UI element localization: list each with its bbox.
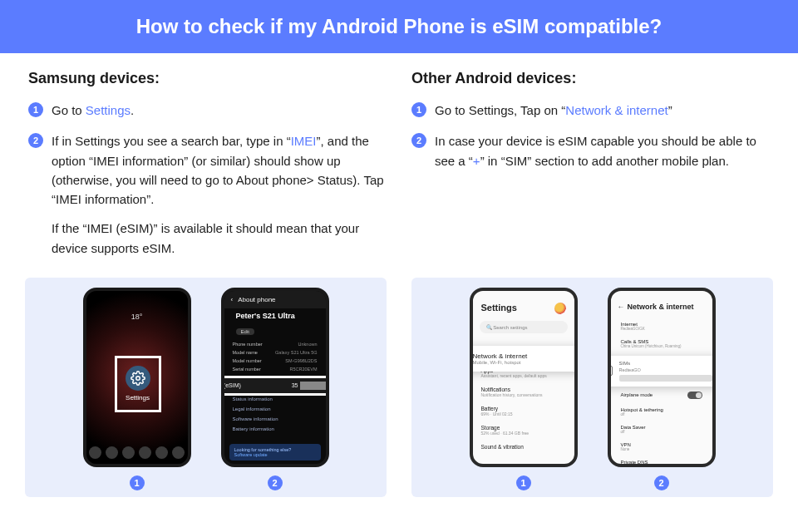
- dock-app-icon: [155, 446, 168, 459]
- step-number-badge: 1: [28, 102, 43, 117]
- plus-link[interactable]: +: [473, 154, 480, 168]
- settings-item: NotificationsNotification history, conve…: [473, 382, 574, 401]
- imei-esim-callout: IMEI (eSIM) 35: [221, 376, 329, 396]
- text: ” in “SIM” section to add another mobile…: [480, 154, 729, 168]
- settings-title-text: Settings: [481, 303, 517, 313]
- shot-caption-badge: 1: [130, 475, 145, 490]
- network-item: Airplane mode: [611, 387, 712, 403]
- imei-value-masked: [300, 382, 329, 390]
- phone-mock: 18° Settings: [83, 288, 191, 467]
- network-item: InternetRedteaGO/GK: [611, 318, 712, 335]
- phone-mock: ‹ About phone Peter's S21 Ultra Edit Pho…: [221, 288, 329, 467]
- other-heading: Other Android devices:: [411, 70, 770, 87]
- dock-app-icon: [172, 446, 185, 459]
- dock-app-icon: [89, 446, 101, 459]
- samsung-heading: Samsung devices:: [28, 70, 387, 87]
- network-item: Hotspot & tetheringoff: [611, 403, 712, 421]
- step-followup-text: If the “IMEI (eSIM)” is available it sho…: [52, 219, 387, 258]
- step-text: In case your device is eSIM capable you …: [435, 131, 770, 170]
- network-item: Private DNSAutomatic: [611, 456, 712, 467]
- screenshot-galleries: 18° Settings 1 ‹ About phone Pe: [0, 278, 798, 505]
- network-rows: InternetRedteaGO/GKCalls & SMSChina Unic…: [611, 318, 712, 352]
- dock-app-icon: [122, 446, 135, 459]
- dock-app-icon: [106, 446, 118, 459]
- hint-sub: Software update: [234, 452, 316, 457]
- text: Go to: [52, 103, 86, 117]
- network-title-text: Network & internet: [628, 303, 694, 311]
- profile-avatar-icon: [554, 303, 566, 314]
- sim-masked-bar: [619, 375, 712, 382]
- sims-callout: SIMs RedteaGO +: [608, 356, 716, 387]
- network-rows-below: Airplane modeHotspot & tetheringoffData …: [611, 387, 712, 467]
- callout-title: Network & internet: [473, 352, 578, 360]
- other-shot-1: Settings 🔍 Search settings AppsAssistant…: [470, 288, 578, 490]
- back-icon: ‹: [231, 296, 234, 303]
- about-row: Phone numberUnknown: [224, 340, 326, 348]
- shot-caption-badge: 1: [516, 475, 531, 490]
- sims-label: SIMs: [619, 361, 716, 366]
- network-screen-title: ← Network & internet: [611, 291, 712, 318]
- dock-app-icon: [139, 446, 151, 459]
- svg-point-0: [135, 377, 140, 381]
- network-item: VPNNone: [611, 438, 712, 456]
- gear-icon: [126, 366, 150, 391]
- step-number-badge: 2: [28, 133, 43, 148]
- device-name: Peter's S21 Ultra: [224, 308, 326, 322]
- shot-caption-badge: 2: [654, 475, 669, 490]
- step-number-badge: 1: [411, 102, 426, 117]
- settings-app-highlight: Settings: [115, 356, 161, 412]
- imei-value-prefix: 35: [292, 382, 298, 388]
- airplane-toggle: [687, 392, 702, 399]
- about-phone-light-rows: Status informationLegal informationSoftw…: [224, 394, 326, 434]
- settings-item: Sound & vibration: [473, 440, 574, 454]
- shot-caption-badge: 2: [268, 475, 283, 490]
- settings-app-label: Settings: [126, 394, 150, 401]
- other-gallery: Settings 🔍 Search settings AppsAssistant…: [411, 278, 773, 497]
- list-item: 2 In case your device is eSIM capable yo…: [411, 131, 770, 170]
- settings-list: AppsAssistant, recent apps, default apps…: [473, 363, 574, 454]
- settings-item: Battery69% · Until 02:15: [473, 401, 574, 421]
- other-column: Other Android devices: 1 Go to Settings,…: [411, 70, 770, 269]
- settings-title: Settings: [473, 291, 574, 318]
- network-item: Calls & SMSChina Unicom (Hutchison, Roam…: [611, 335, 712, 352]
- settings-link[interactable]: Settings: [86, 103, 131, 117]
- page-title: How to check if my Android Phone is eSIM…: [0, 0, 798, 53]
- about-phone-title: About phone: [238, 296, 275, 303]
- text: Go to Settings, Tap on “: [435, 103, 565, 117]
- edit-button: Edit: [236, 328, 254, 335]
- other-shot-2: ← Network & internet InternetRedteaGO/GK…: [608, 288, 716, 490]
- settings-search: 🔍 Search settings: [480, 321, 568, 333]
- looking-for-hint: Looking for something else? Software upd…: [229, 444, 321, 461]
- sim-name: RedteaGO: [619, 367, 716, 372]
- step-text: Go to Settings, Tap on “Network & intern…: [435, 101, 672, 120]
- about-row: Status information: [224, 394, 326, 404]
- network-internet-link[interactable]: Network & internet: [565, 103, 667, 117]
- phone-dock: [86, 446, 188, 459]
- back-icon: ←: [618, 303, 625, 311]
- text: ”: [668, 103, 672, 117]
- step-number-badge: 2: [411, 133, 426, 148]
- about-row: Software information: [224, 414, 326, 424]
- text: If in Settings you see a search bar, typ…: [52, 134, 291, 148]
- step-text: Go to Settings.: [52, 101, 134, 120]
- imei-esim-label: IMEI (eSIM): [221, 382, 241, 388]
- imei-link[interactable]: IMEI: [291, 134, 317, 148]
- settings-item: Storage52% used · 61.34 GB free: [473, 421, 574, 440]
- samsung-column: Samsung devices: 1 Go to Settings. 2 If …: [28, 70, 387, 269]
- samsung-gallery: 18° Settings 1 ‹ About phone Pe: [25, 278, 387, 497]
- instructions-columns: Samsung devices: 1 Go to Settings. 2 If …: [0, 53, 798, 278]
- about-row: Battery information: [224, 424, 326, 434]
- list-item: 1 Go to Settings.: [28, 101, 387, 120]
- step-text: If in Settings you see a search bar, typ…: [52, 131, 387, 258]
- network-item: Data Saveroff: [611, 421, 712, 438]
- about-row: Legal information: [224, 404, 326, 414]
- network-internet-callout: ◇ Network & internet Mobile, Wi-Fi, hots…: [470, 346, 578, 372]
- text: .: [131, 103, 134, 117]
- phone-mock: Settings 🔍 Search settings AppsAssistant…: [470, 288, 578, 467]
- about-row: Serial numberR5CR20EVM: [224, 365, 326, 373]
- samsung-shot-2: ‹ About phone Peter's S21 Ultra Edit Pho…: [221, 288, 329, 490]
- about-phone-rows: Phone numberUnknownModel nameGalaxy S21 …: [224, 338, 326, 375]
- about-row: Model nameGalaxy S21 Ultra 5G: [224, 348, 326, 357]
- other-steps: 1 Go to Settings, Tap on “Network & inte…: [411, 101, 770, 170]
- weather-widget: 18°: [86, 313, 188, 321]
